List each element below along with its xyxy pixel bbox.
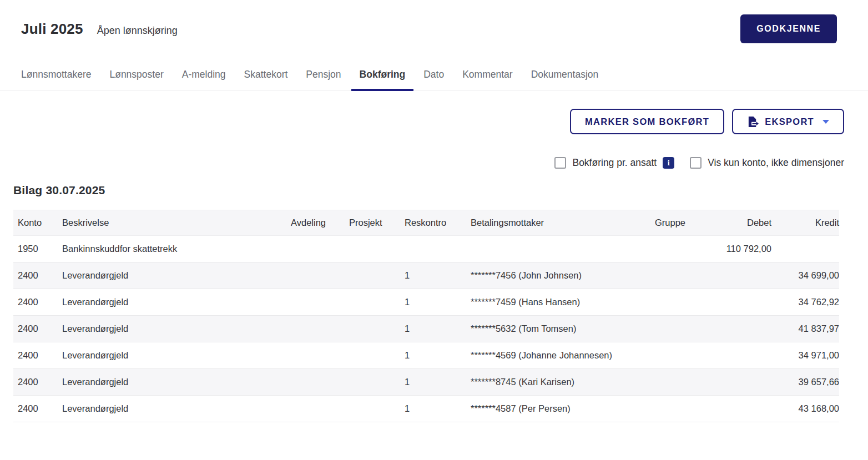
table-row: 1950Bankinnskuddfor skattetrekk110 792,0…	[13, 236, 839, 262]
cell-debet	[699, 289, 771, 316]
column-header-gruppe: Gruppe	[655, 210, 699, 236]
table-row: 2400Leverandørgjeld1*******7459 (Hans Ha…	[13, 289, 839, 316]
column-header-debet: Debet	[699, 210, 771, 236]
cell-kredit: 39 657,66	[771, 369, 839, 396]
table-row: 2400Leverandørgjeld1*******7456 (John Jo…	[13, 262, 839, 289]
cell-beskrivelse: Leverandørgjeld	[62, 289, 291, 316]
cell-betalingsmottaker: *******7456 (John Johnsen)	[471, 262, 655, 289]
column-header-konto: Konto	[13, 210, 62, 236]
cell-betalingsmottaker: *******5632 (Tom Tomsen)	[471, 316, 655, 342]
cell-gruppe	[655, 396, 699, 422]
tab-pensjon[interactable]: Pensjon	[306, 69, 341, 90]
page-header: Juli 2025 Åpen lønnskjøring GODKJENNE	[0, 0, 868, 43]
booking-per-employee-checkbox[interactable]	[554, 157, 566, 169]
tab-dato[interactable]: Dato	[423, 69, 444, 90]
info-icon[interactable]: i	[663, 157, 674, 169]
cell-beskrivelse: Leverandørgjeld	[62, 342, 291, 369]
page-title: Juli 2025	[21, 21, 83, 38]
cell-prosjekt	[349, 342, 405, 369]
only-account-checkbox[interactable]	[690, 157, 702, 169]
chevron-down-icon	[822, 120, 829, 124]
cell-kredit: 34 971,00	[771, 342, 839, 369]
cell-beskrivelse: Leverandørgjeld	[62, 262, 291, 289]
tab-bokf-ring[interactable]: Bokføring	[360, 69, 406, 90]
cell-reskontro: 1	[405, 262, 471, 289]
actions-row: MARKER SOM BOKFØRT EKSPORT	[0, 109, 868, 134]
tab-dokumentasjon[interactable]: Dokumentasjon	[531, 69, 599, 90]
cell-prosjekt	[349, 262, 405, 289]
cell-prosjekt	[349, 236, 405, 262]
approve-button[interactable]: GODKJENNE	[740, 14, 837, 43]
cell-konto: 2400	[13, 396, 62, 422]
cell-avdeling	[291, 262, 349, 289]
cell-kredit: 34 699,00	[771, 262, 839, 289]
cell-beskrivelse: Leverandørgjeld	[62, 369, 291, 396]
export-label: EKSPORT	[765, 117, 814, 127]
column-header-avdeling: Avdeling	[291, 210, 349, 236]
cell-konto: 2400	[13, 289, 62, 316]
cell-betalingsmottaker	[471, 236, 655, 262]
filter-booking-per-employee[interactable]: Bokføring pr. ansatt i	[554, 157, 674, 169]
filter-only-account[interactable]: Vis kun konto, ikke dimensjoner	[690, 157, 844, 169]
cell-reskontro: 1	[405, 396, 471, 422]
cell-avdeling	[291, 316, 349, 342]
cell-betalingsmottaker: *******4569 (Johanne Johannesen)	[471, 342, 655, 369]
cell-konto: 1950	[13, 236, 62, 262]
cell-gruppe	[655, 262, 699, 289]
tab-l-nnsposter[interactable]: Lønnsposter	[109, 69, 163, 90]
cell-reskontro: 1	[405, 369, 471, 396]
cell-reskontro: 1	[405, 342, 471, 369]
cell-beskrivelse: Leverandørgjeld	[62, 316, 291, 342]
voucher-table: KontoBeskrivelseAvdelingProsjektReskontr…	[13, 210, 839, 422]
table-row: 2400Leverandørgjeld1*******5632 (Tom Tom…	[13, 316, 839, 342]
payroll-title-group: Juli 2025 Åpen lønnskjøring	[21, 21, 178, 38]
export-document-icon	[747, 116, 759, 128]
cell-konto: 2400	[13, 316, 62, 342]
cell-kredit: 41 837,97	[771, 316, 839, 342]
cell-debet	[699, 262, 771, 289]
cell-reskontro: 1	[405, 316, 471, 342]
column-header-beskrivelse: Beskrivelse	[62, 210, 291, 236]
cell-gruppe	[655, 342, 699, 369]
cell-konto: 2400	[13, 369, 62, 396]
cell-gruppe	[655, 316, 699, 342]
column-header-prosjekt: Prosjekt	[349, 210, 405, 236]
cell-betalingsmottaker: *******4587 (Per Persen)	[471, 396, 655, 422]
cell-kredit: 43 168,00	[771, 396, 839, 422]
cell-avdeling	[291, 342, 349, 369]
cell-konto: 2400	[13, 262, 62, 289]
cell-prosjekt	[349, 369, 405, 396]
voucher-table-header-row: KontoBeskrivelseAvdelingProsjektReskontr…	[13, 210, 839, 236]
cell-prosjekt	[349, 316, 405, 342]
table-row: 2400Leverandørgjeld1*******8745 (Kari Ka…	[13, 369, 839, 396]
cell-reskontro: 1	[405, 289, 471, 316]
tab-kommentar[interactable]: Kommentar	[462, 69, 512, 90]
tab-skattekort[interactable]: Skattekort	[244, 69, 288, 90]
voucher-table-body: 1950Bankinnskuddfor skattetrekk110 792,0…	[13, 236, 839, 422]
voucher-section-title: Bilag 30.07.2025	[13, 184, 868, 197]
cell-debet: 110 792,00	[699, 236, 771, 262]
cell-beskrivelse: Leverandørgjeld	[62, 396, 291, 422]
mark-as-booked-button[interactable]: MARKER SOM BOKFØRT	[570, 109, 724, 134]
tab-l-nnsmottakere[interactable]: Lønnsmottakere	[21, 69, 91, 90]
filters-row: Bokføring pr. ansatt i Vis kun konto, ik…	[0, 157, 868, 169]
cell-avdeling	[291, 289, 349, 316]
payroll-status-text: Åpen lønnskjøring	[97, 25, 178, 37]
column-header-reskontro: Reskontro	[405, 210, 471, 236]
cell-debet	[699, 342, 771, 369]
cell-konto: 2400	[13, 342, 62, 369]
cell-gruppe	[655, 369, 699, 396]
tab-a-melding[interactable]: A-melding	[182, 69, 226, 90]
voucher-table-head: KontoBeskrivelseAvdelingProsjektReskontr…	[13, 210, 839, 236]
column-header-betalingsmottaker: Betalingsmottaker	[471, 210, 655, 236]
cell-prosjekt	[349, 396, 405, 422]
column-header-kredit: Kredit	[771, 210, 839, 236]
cell-debet	[699, 316, 771, 342]
cell-kredit: 34 762,92	[771, 289, 839, 316]
cell-debet	[699, 396, 771, 422]
cell-beskrivelse: Bankinnskuddfor skattetrekk	[62, 236, 291, 262]
mark-as-booked-label: MARKER SOM BOKFØRT	[585, 117, 709, 127]
cell-gruppe	[655, 236, 699, 262]
export-button[interactable]: EKSPORT	[732, 109, 844, 134]
only-account-label: Vis kun konto, ikke dimensjoner	[708, 157, 844, 169]
